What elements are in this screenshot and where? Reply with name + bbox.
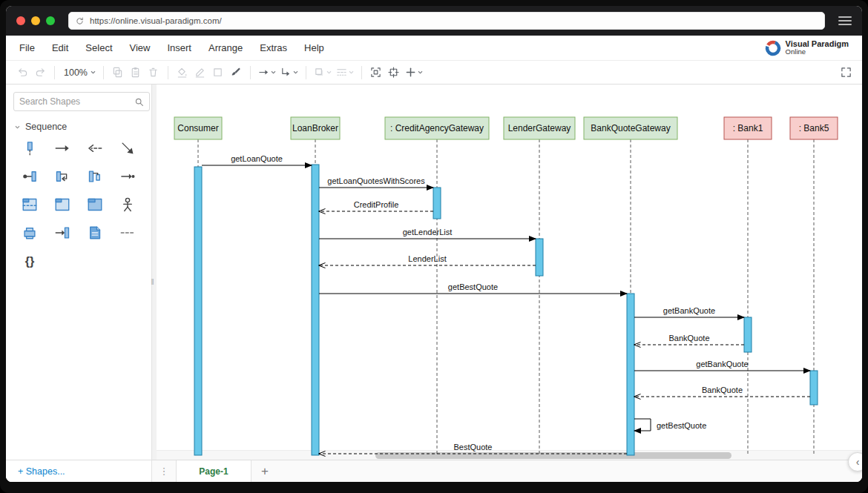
insert-shape-button[interactable] [403, 64, 425, 82]
message-label: CreditProfile [354, 200, 399, 209]
toolbar: 100% [6, 61, 862, 85]
message-label: getLenderList [403, 228, 453, 236]
browser-menu-icon[interactable] [838, 16, 852, 25]
menu-item-file[interactable]: File [19, 42, 35, 53]
message-label: BankQuote [668, 334, 709, 343]
pages-options-icon[interactable]: ⋮ [152, 460, 176, 482]
note-icon[interactable] [84, 224, 106, 242]
menu-item-help[interactable]: Help [304, 42, 324, 53]
return-message-icon[interactable] [84, 139, 106, 157]
object-icon[interactable] [19, 224, 41, 242]
message[interactable]: getLoanQuote [202, 154, 312, 165]
fill-color-button [174, 64, 191, 82]
actor-icon[interactable] [116, 196, 139, 214]
menu-bar: FileEditSelectViewInsertArrangeExtrasHel… [6, 36, 862, 61]
connector-style-button[interactable] [278, 64, 300, 82]
activation-bar[interactable] [744, 317, 752, 352]
alt-fragment-icon[interactable] [19, 196, 41, 214]
activation-bar[interactable] [194, 167, 202, 455]
paste-button [127, 64, 145, 82]
gate-message-icon[interactable] [116, 168, 139, 185]
menu-item-view[interactable]: View [130, 42, 151, 53]
ref-fragment-icon[interactable] [84, 196, 106, 214]
main-content: ⋮ Sequence {} ‖ ConsumerLoanBroker: Cred… [6, 85, 862, 460]
lifeline[interactable]: LenderGateway [504, 117, 575, 455]
section-header-sequence[interactable]: Sequence [6, 117, 151, 138]
message[interactable]: BestQuote [319, 443, 627, 454]
dashed-line-icon[interactable] [116, 224, 139, 242]
menu-item-select[interactable]: Select [85, 42, 112, 53]
message[interactable]: getBankQuote [634, 306, 744, 317]
format-painter-button[interactable] [227, 64, 245, 82]
self-message-icon[interactable] [51, 168, 73, 185]
lifeline-label: BankQuoteGateway [591, 123, 670, 133]
lifeline-label: : CreditAgencyGateway [390, 123, 484, 133]
activation-bar[interactable] [627, 294, 634, 455]
shape-search-box [13, 92, 150, 111]
message[interactable]: getLoanQuotesWithScores [319, 176, 433, 188]
fit-window-button[interactable] [367, 64, 385, 82]
lifeline[interactable]: : Bank1 [724, 117, 772, 455]
message[interactable]: getLenderList [319, 228, 536, 239]
footer-pages-section: ⋮ Page-1 + ‹ [152, 460, 862, 482]
vp-logo-icon [764, 39, 782, 57]
activation-bar[interactable] [312, 165, 319, 455]
message[interactable]: LenderList [319, 254, 536, 265]
message[interactable]: BankQuote [634, 334, 744, 345]
search-input[interactable] [19, 96, 134, 107]
async-message-icon[interactable] [116, 139, 139, 157]
message-label: getBestQuote [448, 282, 498, 291]
search-icon [134, 97, 144, 107]
snap-grid-button[interactable] [385, 64, 403, 82]
arrow-style-button[interactable] [256, 64, 278, 82]
sync-message-icon[interactable] [51, 139, 73, 157]
panel-resize-handle[interactable]: ‖ [150, 272, 155, 291]
redo-button [31, 64, 49, 82]
window-frame: https://online.visual-paradigm.com/ File… [0, 0, 868, 493]
menu-item-extras[interactable]: Extras [260, 42, 287, 53]
activation-bar[interactable] [433, 188, 441, 219]
message[interactable]: getBestQuote [634, 419, 706, 431]
reentrant-message-icon[interactable] [84, 168, 106, 185]
diagram-canvas[interactable]: ConsumerLoanBroker: CreditAgencyGatewayL… [157, 85, 862, 460]
maximize-window-button[interactable] [46, 16, 55, 25]
line-weight-button [334, 64, 356, 82]
toolbar-separator [361, 66, 362, 79]
activation-bar[interactable] [810, 371, 818, 405]
menu-item-arrange[interactable]: Arrange [208, 42, 243, 53]
page-tab[interactable]: Page-1 [176, 460, 251, 482]
svg-text:{}: {} [25, 254, 35, 268]
activation-bar[interactable] [536, 239, 543, 276]
lifeline-label: : Bank5 [799, 123, 829, 133]
more-shapes-link[interactable]: + Shapes... [18, 466, 65, 477]
delete-button [145, 64, 162, 82]
loop-fragment-icon[interactable] [51, 196, 73, 214]
traffic-lights [16, 16, 55, 25]
zoom-select[interactable]: 100% [60, 64, 98, 82]
toolbar-separator [103, 66, 104, 79]
message[interactable]: getBestQuote [319, 282, 627, 294]
reload-icon[interactable] [75, 16, 85, 26]
braces-icon[interactable]: {} [19, 252, 41, 270]
shape-style-button [209, 64, 227, 82]
minimize-window-button[interactable] [31, 16, 40, 25]
menu-item-insert[interactable]: Insert [167, 42, 191, 53]
message[interactable]: BankQuote [634, 386, 810, 397]
undo-button [13, 64, 31, 82]
fullscreen-button[interactable] [837, 64, 855, 82]
url-bar[interactable]: https://online.visual-paradigm.com/ [68, 12, 825, 30]
activation-icon[interactable] [19, 139, 41, 157]
message[interactable]: CreditProfile [319, 200, 433, 211]
visual-paradigm-logo: Visual Paradigm Online [764, 39, 849, 57]
collapse-panel-button[interactable]: ‹ [848, 452, 862, 472]
found-message-icon[interactable] [19, 168, 41, 185]
close-window-button[interactable] [16, 16, 25, 25]
message[interactable]: getBankQuote [634, 360, 810, 371]
message-label: getLoanQuote [231, 154, 283, 163]
add-page-button[interactable]: + [251, 460, 278, 482]
toolbar-separator [306, 66, 306, 79]
section-label: Sequence [25, 122, 67, 132]
menu-item-edit[interactable]: Edit [52, 42, 68, 53]
shadow-button [312, 64, 334, 82]
found-activation-icon[interactable] [51, 224, 73, 242]
